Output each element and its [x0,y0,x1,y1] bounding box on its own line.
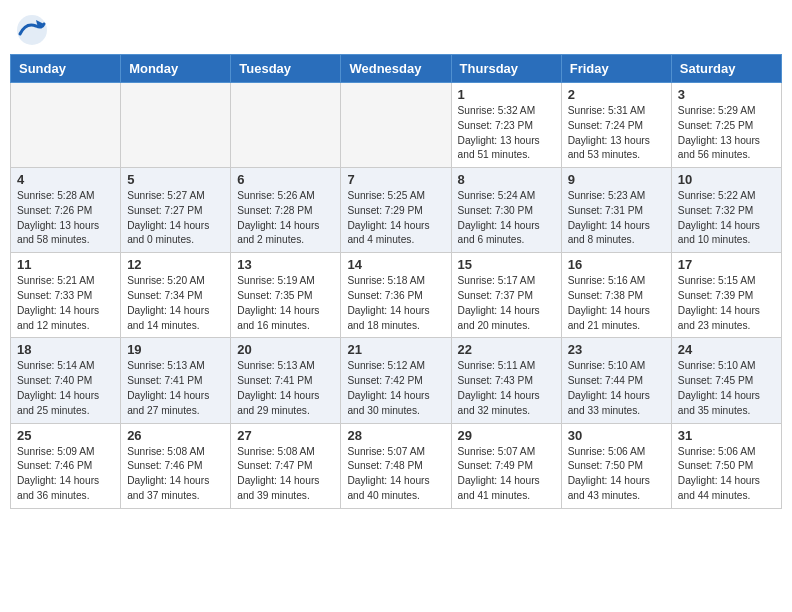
calendar-day-cell: 10Sunrise: 5:22 AM Sunset: 7:32 PM Dayli… [671,168,781,253]
day-info: Sunrise: 5:24 AM Sunset: 7:30 PM Dayligh… [458,189,555,248]
day-info: Sunrise: 5:13 AM Sunset: 7:41 PM Dayligh… [237,359,334,418]
calendar-day-cell: 26Sunrise: 5:08 AM Sunset: 7:46 PM Dayli… [121,423,231,508]
day-number: 13 [237,257,334,272]
day-header-wednesday: Wednesday [341,55,451,83]
day-number: 12 [127,257,224,272]
calendar-week-row: 18Sunrise: 5:14 AM Sunset: 7:40 PM Dayli… [11,338,782,423]
calendar-day-cell: 31Sunrise: 5:06 AM Sunset: 7:50 PM Dayli… [671,423,781,508]
day-info: Sunrise: 5:31 AM Sunset: 7:24 PM Dayligh… [568,104,665,163]
day-info: Sunrise: 5:29 AM Sunset: 7:25 PM Dayligh… [678,104,775,163]
calendar-day-cell: 29Sunrise: 5:07 AM Sunset: 7:49 PM Dayli… [451,423,561,508]
calendar-day-cell: 12Sunrise: 5:20 AM Sunset: 7:34 PM Dayli… [121,253,231,338]
calendar-day-cell: 8Sunrise: 5:24 AM Sunset: 7:30 PM Daylig… [451,168,561,253]
logo [16,14,52,46]
day-info: Sunrise: 5:17 AM Sunset: 7:37 PM Dayligh… [458,274,555,333]
day-info: Sunrise: 5:14 AM Sunset: 7:40 PM Dayligh… [17,359,114,418]
day-number: 23 [568,342,665,357]
day-info: Sunrise: 5:22 AM Sunset: 7:32 PM Dayligh… [678,189,775,248]
day-info: Sunrise: 5:11 AM Sunset: 7:43 PM Dayligh… [458,359,555,418]
day-number: 22 [458,342,555,357]
day-header-saturday: Saturday [671,55,781,83]
day-info: Sunrise: 5:21 AM Sunset: 7:33 PM Dayligh… [17,274,114,333]
day-info: Sunrise: 5:10 AM Sunset: 7:44 PM Dayligh… [568,359,665,418]
day-info: Sunrise: 5:20 AM Sunset: 7:34 PM Dayligh… [127,274,224,333]
day-header-sunday: Sunday [11,55,121,83]
day-number: 24 [678,342,775,357]
day-info: Sunrise: 5:18 AM Sunset: 7:36 PM Dayligh… [347,274,444,333]
day-info: Sunrise: 5:15 AM Sunset: 7:39 PM Dayligh… [678,274,775,333]
day-number: 18 [17,342,114,357]
day-number: 5 [127,172,224,187]
day-number: 19 [127,342,224,357]
day-number: 3 [678,87,775,102]
day-info: Sunrise: 5:27 AM Sunset: 7:27 PM Dayligh… [127,189,224,248]
calendar-day-cell: 11Sunrise: 5:21 AM Sunset: 7:33 PM Dayli… [11,253,121,338]
calendar-day-cell: 9Sunrise: 5:23 AM Sunset: 7:31 PM Daylig… [561,168,671,253]
day-header-thursday: Thursday [451,55,561,83]
day-header-friday: Friday [561,55,671,83]
day-number: 10 [678,172,775,187]
calendar-day-cell: 20Sunrise: 5:13 AM Sunset: 7:41 PM Dayli… [231,338,341,423]
calendar-week-row: 4Sunrise: 5:28 AM Sunset: 7:26 PM Daylig… [11,168,782,253]
day-info: Sunrise: 5:06 AM Sunset: 7:50 PM Dayligh… [568,445,665,504]
day-number: 14 [347,257,444,272]
day-number: 7 [347,172,444,187]
calendar-day-cell [121,83,231,168]
day-info: Sunrise: 5:32 AM Sunset: 7:23 PM Dayligh… [458,104,555,163]
calendar-day-cell: 25Sunrise: 5:09 AM Sunset: 7:46 PM Dayli… [11,423,121,508]
day-number: 25 [17,428,114,443]
calendar-day-cell: 2Sunrise: 5:31 AM Sunset: 7:24 PM Daylig… [561,83,671,168]
calendar-wrapper: SundayMondayTuesdayWednesdayThursdayFrid… [0,54,792,519]
day-number: 9 [568,172,665,187]
calendar-day-cell: 14Sunrise: 5:18 AM Sunset: 7:36 PM Dayli… [341,253,451,338]
calendar-day-cell: 16Sunrise: 5:16 AM Sunset: 7:38 PM Dayli… [561,253,671,338]
day-number: 16 [568,257,665,272]
calendar-day-cell: 1Sunrise: 5:32 AM Sunset: 7:23 PM Daylig… [451,83,561,168]
calendar-week-row: 1Sunrise: 5:32 AM Sunset: 7:23 PM Daylig… [11,83,782,168]
calendar-table: SundayMondayTuesdayWednesdayThursdayFrid… [10,54,782,509]
day-number: 26 [127,428,224,443]
day-info: Sunrise: 5:08 AM Sunset: 7:46 PM Dayligh… [127,445,224,504]
calendar-day-cell: 28Sunrise: 5:07 AM Sunset: 7:48 PM Dayli… [341,423,451,508]
calendar-day-cell: 4Sunrise: 5:28 AM Sunset: 7:26 PM Daylig… [11,168,121,253]
day-number: 4 [17,172,114,187]
calendar-day-cell: 18Sunrise: 5:14 AM Sunset: 7:40 PM Dayli… [11,338,121,423]
day-info: Sunrise: 5:07 AM Sunset: 7:48 PM Dayligh… [347,445,444,504]
days-header-row: SundayMondayTuesdayWednesdayThursdayFrid… [11,55,782,83]
day-info: Sunrise: 5:26 AM Sunset: 7:28 PM Dayligh… [237,189,334,248]
day-info: Sunrise: 5:12 AM Sunset: 7:42 PM Dayligh… [347,359,444,418]
day-number: 27 [237,428,334,443]
calendar-day-cell: 15Sunrise: 5:17 AM Sunset: 7:37 PM Dayli… [451,253,561,338]
day-header-tuesday: Tuesday [231,55,341,83]
calendar-day-cell: 19Sunrise: 5:13 AM Sunset: 7:41 PM Dayli… [121,338,231,423]
day-info: Sunrise: 5:08 AM Sunset: 7:47 PM Dayligh… [237,445,334,504]
day-info: Sunrise: 5:06 AM Sunset: 7:50 PM Dayligh… [678,445,775,504]
day-number: 17 [678,257,775,272]
day-number: 30 [568,428,665,443]
day-number: 28 [347,428,444,443]
calendar-day-cell: 27Sunrise: 5:08 AM Sunset: 7:47 PM Dayli… [231,423,341,508]
logo-icon [16,14,48,46]
calendar-day-cell: 6Sunrise: 5:26 AM Sunset: 7:28 PM Daylig… [231,168,341,253]
calendar-day-cell: 7Sunrise: 5:25 AM Sunset: 7:29 PM Daylig… [341,168,451,253]
day-number: 31 [678,428,775,443]
day-number: 20 [237,342,334,357]
calendar-day-cell: 30Sunrise: 5:06 AM Sunset: 7:50 PM Dayli… [561,423,671,508]
calendar-day-cell [231,83,341,168]
day-info: Sunrise: 5:13 AM Sunset: 7:41 PM Dayligh… [127,359,224,418]
day-info: Sunrise: 5:19 AM Sunset: 7:35 PM Dayligh… [237,274,334,333]
day-number: 29 [458,428,555,443]
calendar-day-cell [11,83,121,168]
calendar-week-row: 11Sunrise: 5:21 AM Sunset: 7:33 PM Dayli… [11,253,782,338]
calendar-day-cell: 21Sunrise: 5:12 AM Sunset: 7:42 PM Dayli… [341,338,451,423]
day-info: Sunrise: 5:28 AM Sunset: 7:26 PM Dayligh… [17,189,114,248]
day-number: 21 [347,342,444,357]
day-number: 8 [458,172,555,187]
day-number: 6 [237,172,334,187]
calendar-day-cell: 24Sunrise: 5:10 AM Sunset: 7:45 PM Dayli… [671,338,781,423]
calendar-day-cell: 5Sunrise: 5:27 AM Sunset: 7:27 PM Daylig… [121,168,231,253]
calendar-day-cell: 23Sunrise: 5:10 AM Sunset: 7:44 PM Dayli… [561,338,671,423]
day-info: Sunrise: 5:10 AM Sunset: 7:45 PM Dayligh… [678,359,775,418]
calendar-day-cell: 13Sunrise: 5:19 AM Sunset: 7:35 PM Dayli… [231,253,341,338]
calendar-day-cell: 17Sunrise: 5:15 AM Sunset: 7:39 PM Dayli… [671,253,781,338]
